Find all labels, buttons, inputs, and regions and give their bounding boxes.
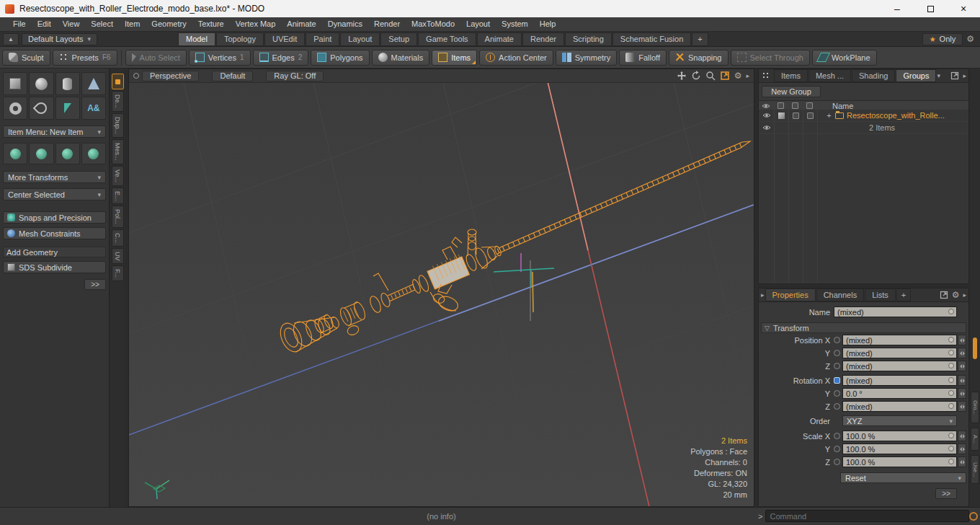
properties-expand-button[interactable]: >> xyxy=(935,488,957,499)
panel-grid-icon[interactable] xyxy=(761,71,771,81)
symmetry-button[interactable]: Symmetry xyxy=(556,50,618,66)
menu-system[interactable]: System xyxy=(496,17,534,31)
value-stepper[interactable] xyxy=(958,456,966,467)
menu-dynamics[interactable]: Dynamics xyxy=(322,17,368,31)
layout-switcher[interactable]: Default Layouts ▾ xyxy=(22,33,97,45)
tab-groups-strip[interactable]: Gro... xyxy=(971,392,979,423)
menu-animate[interactable]: Animate xyxy=(281,17,321,31)
tab-schematic-fusion[interactable]: Schematic Fusion xyxy=(612,32,691,46)
tab-groups[interactable]: Groups xyxy=(896,69,936,82)
menu-render[interactable]: Render xyxy=(368,17,406,31)
channel-toggle[interactable] xyxy=(834,363,840,369)
action-center-button[interactable]: Action Center xyxy=(479,50,553,66)
value-stepper[interactable] xyxy=(958,431,966,441)
camera-type-dropdown[interactable]: Perspective xyxy=(142,71,199,81)
gear-icon[interactable]: ⚙ xyxy=(966,35,974,43)
tab-properties[interactable]: Properties xyxy=(765,288,816,301)
vertices-mode-button[interactable]: Vertices1 xyxy=(189,50,251,66)
mesh-constraints-button[interactable]: Mesh Constraints xyxy=(3,227,106,239)
scale-tool-button[interactable] xyxy=(55,143,80,164)
channel-toggle-selected[interactable] xyxy=(834,377,840,384)
position-y-field[interactable]: (mixed) xyxy=(842,348,957,358)
strip-scrollbar[interactable] xyxy=(973,338,977,359)
shading-mode-dropdown[interactable]: Default xyxy=(212,71,253,81)
channel-toggle[interactable] xyxy=(834,337,840,343)
reset-dropdown[interactable]: Reset▾ xyxy=(840,472,966,483)
order-dropdown[interactable]: XYZ▾ xyxy=(842,415,957,426)
layout-up-button[interactable]: ▲ xyxy=(3,33,19,45)
menu-select[interactable]: Select xyxy=(85,17,119,31)
value-stepper[interactable] xyxy=(958,444,966,454)
more-transforms-dropdown[interactable]: More Transforms ▾ xyxy=(3,171,106,183)
text-tool-button[interactable]: A& xyxy=(81,97,106,120)
name-field[interactable]: (mixed) xyxy=(834,306,957,317)
command-input[interactable] xyxy=(765,510,969,522)
tab-items[interactable]: Items xyxy=(774,69,808,82)
channel-toggle[interactable] xyxy=(834,390,840,397)
group-subrow[interactable]: 2 Items xyxy=(760,122,968,134)
scale-x-field[interactable]: 100.0 % xyxy=(842,431,957,441)
pen-tool-button[interactable] xyxy=(55,97,80,120)
close-button[interactable]: × xyxy=(947,0,980,17)
visibility-toggle[interactable] xyxy=(760,124,774,131)
polygons-mode-button[interactable]: Polygons xyxy=(311,50,369,66)
gear-icon[interactable]: ⚙ xyxy=(952,291,960,299)
tab-deform[interactable]: De... xyxy=(112,91,124,112)
rotation-x-field[interactable]: (mixed) xyxy=(842,375,957,386)
tab-mesh[interactable]: Mesh ... xyxy=(808,69,851,82)
cube-tool-button[interactable] xyxy=(3,72,27,95)
menu-geometry[interactable]: Geometry xyxy=(146,17,192,31)
channel-toggle[interactable] xyxy=(834,433,840,439)
value-stepper[interactable] xyxy=(958,401,966,412)
menu-view[interactable]: View xyxy=(57,17,86,31)
tab-edge[interactable]: E... xyxy=(112,188,124,205)
cone-tool-button[interactable] xyxy=(81,72,106,95)
zoom-icon[interactable] xyxy=(705,71,716,81)
expand-toggle[interactable]: + xyxy=(826,111,832,120)
toolbox-expand-button[interactable]: >> xyxy=(84,279,106,290)
viewport-settings-gear-icon[interactable]: ⚙ xyxy=(734,71,742,80)
tab-setup[interactable]: Setup xyxy=(380,32,417,46)
position-x-field[interactable]: (mixed) xyxy=(842,335,957,345)
menu-vertex-map[interactable]: Vertex Map xyxy=(230,17,282,31)
status-circle-icon[interactable] xyxy=(969,512,978,521)
snapping-button[interactable]: Snapping xyxy=(669,50,729,66)
viewport-menu-icon[interactable] xyxy=(133,73,139,79)
tab-uv[interactable]: UV xyxy=(112,248,124,265)
sculpt-button[interactable]: Sculpt xyxy=(2,50,50,66)
curve-tool-button[interactable] xyxy=(29,97,53,120)
new-group-button[interactable]: New Group xyxy=(762,86,821,97)
lock-toggle[interactable] xyxy=(788,112,803,119)
menu-maxtomodo[interactable]: MaxToModo xyxy=(406,17,460,31)
minimize-button[interactable]: – xyxy=(881,0,914,17)
tab-layout[interactable]: Layout xyxy=(340,32,380,46)
tab-duplicate[interactable]: Dup... xyxy=(112,113,124,138)
torus-tool-button[interactable] xyxy=(3,97,27,120)
tab-polygon[interactable]: Pol... xyxy=(112,206,124,228)
value-stepper[interactable] xyxy=(958,388,966,399)
scale-y-field[interactable]: 100.0 % xyxy=(842,444,957,454)
maximize-viewport-icon[interactable] xyxy=(720,71,730,81)
add-layout-tab-button[interactable]: + xyxy=(692,32,708,46)
workplane-button[interactable]: WorkPlane xyxy=(812,50,877,66)
channel-toggle[interactable] xyxy=(834,446,840,452)
tab-uvedit[interactable]: UVEdit xyxy=(264,32,305,46)
cylinder-tool-button[interactable] xyxy=(55,72,80,95)
tab-topology[interactable]: Topology xyxy=(216,32,264,46)
viewport-canvas[interactable]: 2 Items Polygons : Face Channels: 0 Defo… xyxy=(129,83,754,506)
move-tool-button[interactable] xyxy=(3,143,27,164)
snaps-precision-button[interactable]: Snaps and Precision xyxy=(3,211,106,224)
tab-paint[interactable]: Paint xyxy=(306,32,339,46)
channel-toggle[interactable] xyxy=(834,403,840,410)
value-stepper[interactable] xyxy=(958,348,966,358)
menu-file[interactable]: File xyxy=(7,17,32,31)
raygl-dropdown[interactable]: Ray GL: Off xyxy=(266,71,324,81)
transform-tool-button[interactable] xyxy=(81,143,106,164)
tab-shading[interactable]: Shading xyxy=(852,69,895,82)
channel-toggle[interactable] xyxy=(834,350,840,356)
position-z-field[interactable]: (mixed) xyxy=(842,361,957,371)
tab-model[interactable]: Model xyxy=(178,32,215,46)
presets-button[interactable]: PresetsF6 xyxy=(53,50,117,66)
maximize-button[interactable] xyxy=(914,0,947,17)
visibility-toggle[interactable] xyxy=(760,112,774,119)
